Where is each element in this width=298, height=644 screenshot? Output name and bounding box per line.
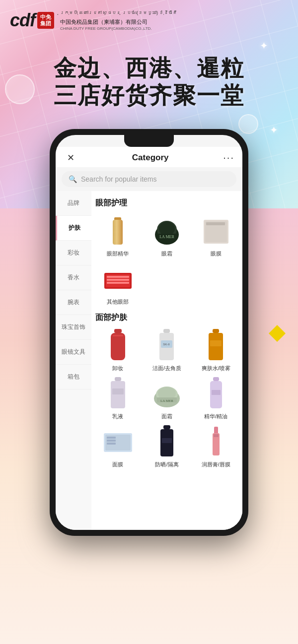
product-label-lip: 润唇膏/唇膜 [202,461,230,468]
svg-text:LA MER: LA MER [160,399,173,403]
company-cn: 中国免税品集团（柬埔寨）有限公司 [60,18,178,26]
product-mask[interactable]: 面膜 [95,424,141,468]
svg-rect-43 [162,438,172,443]
product-toner[interactable]: 爽肤水/喷雾 [193,328,238,372]
svg-text:SK-II: SK-II [163,343,170,346]
search-bar[interactable]: 🔍 Search for popular items [62,171,236,187]
hero-line-1: 金边、西港、暹粒 [0,55,298,82]
product-essence[interactable]: 精华/精油 [193,376,238,420]
product-other-eye[interactable]: 其他眼部 [95,261,141,306]
hero-line-2: 三店好货齐聚一堂 [0,82,298,109]
svg-rect-18 [163,329,170,333]
product-sunscreen[interactable]: 防晒/隔离 [145,424,190,468]
sidebar-item-perfume[interactable]: 香水 [56,265,91,290]
product-lip[interactable]: 润唇膏/唇膜 [193,424,238,468]
section-title-eye: 眼部护理 [95,195,238,213]
product-img-cream: LA MER [149,376,184,411]
svg-rect-16 [111,333,125,360]
category-sidebar: 品牌 护肤 彩妆 香水 腕表 珠宝首饰 眼镜文具 箱包 [56,191,91,530]
product-img-sunscreen [149,424,184,459]
search-placeholder-text: Search for popular items [81,175,157,183]
svg-rect-27 [112,388,124,394]
svg-rect-9 [206,222,225,225]
product-eye-mask[interactable]: 眼膜 [193,213,238,258]
svg-rect-24 [210,340,222,346]
product-label-cleanser: 洁面/去角质 [152,365,181,372]
product-label-essence: 精华/精油 [204,413,227,420]
sparkle-icon-1: ✦ [260,40,268,52]
product-label-cream: 面霜 [161,413,172,420]
svg-rect-17 [113,335,123,336]
product-label-eye-mask: 眼膜 [211,250,222,258]
product-img-cleanser: SK-II [149,328,184,363]
svg-rect-25 [115,377,121,381]
sidebar-item-makeup[interactable]: 彩妆 [56,241,91,265]
product-label-eye-cream: 眼霜 [161,250,172,258]
sidebar-item-glasses[interactable]: 眼镜文具 [56,340,91,365]
svg-rect-14 [107,282,129,284]
svg-rect-39 [107,440,116,442]
logo-right-text: ក្រុមហ៊ុន គោរជតា ស្ថបន ប្រចំ (ខេមបូឌា) ខ… [60,10,178,32]
phone-frame: ✕ Category ··· 🔍 Search for popular item… [50,129,248,536]
search-icon: 🔍 [69,175,77,183]
product-lotion[interactable]: 乳液 [95,376,141,420]
product-cleanser[interactable]: SK-II 洁面/去角质 [145,328,190,372]
face-care-grid: 卸妆 SK-II 洁面/去角质 [95,328,238,468]
logo-badge: 中免 集团 [37,12,54,29]
sparkle-icon-3: ✦ [270,124,278,136]
svg-rect-40 [107,443,116,445]
sidebar-item-watches[interactable]: 腕表 [56,290,91,315]
company-khmer: ក្រុមហ៊ុន គោរជតា ស្ថបន ប្រចំ (ខេមបូឌា) ខ… [60,10,178,17]
product-label-toner: 爽肤水/喷雾 [202,365,230,372]
product-label-other-eye: 其他眼部 [107,298,129,306]
product-eye-cream[interactable]: LA MER 眼霜 [145,213,190,258]
product-img-eye-mask [199,213,233,248]
cdf-logo: cdf 中免 集团 [10,10,54,31]
section-title-face: 面部护肤 [95,310,238,328]
sidebar-item-bags[interactable]: 箱包 [56,365,91,389]
phone-notch [124,135,174,147]
sidebar-item-skincare[interactable]: 护肤 [56,216,91,241]
product-img-lip [199,424,233,459]
svg-rect-26 [111,381,125,408]
product-img-essence [199,376,233,411]
product-img-makeup-remover [100,328,135,363]
product-label-mask: 面膜 [112,461,123,468]
eye-care-grid: 眼部精华 LA MER 眼霜 [95,213,238,306]
svg-rect-15 [114,329,122,333]
svg-point-4 [159,222,175,236]
product-img-eye-cream: LA MER [149,213,184,248]
product-eye-serum[interactable]: 眼部精华 [95,213,141,258]
sidebar-item-jewelry[interactable]: 珠宝首饰 [56,315,91,340]
product-label-lotion: 乳液 [112,413,123,420]
product-img-lotion [100,376,135,411]
svg-rect-41 [163,425,170,429]
content-area: 品牌 护肤 彩妆 香水 腕表 珠宝首饰 眼镜文具 箱包 眼部护理 [56,191,242,530]
svg-rect-22 [213,329,219,333]
product-cream[interactable]: LA MER 面霜 [145,376,190,420]
sidebar-item-brand[interactable]: 品牌 [56,191,91,216]
svg-rect-46 [214,434,219,437]
product-label-eye-serum: 眼部精华 [107,250,129,258]
app-title: Category [132,153,169,163]
product-label-sunscreen: 防晒/隔离 [155,461,178,468]
company-en: CHINA DUTY FREE GROUP(CAMBODIA)CO.,LTD. [60,26,178,32]
svg-rect-23 [209,333,223,360]
svg-rect-1 [113,220,123,245]
product-img-mask [100,424,135,459]
hero-text: 金边、西港、暹粒 三店好货齐聚一堂 [0,55,298,109]
close-button[interactable]: ✕ [64,152,77,163]
svg-rect-35 [212,390,221,395]
svg-rect-13 [107,279,129,281]
product-img-toner [199,328,233,363]
right-content: 眼部护理 [91,191,242,530]
product-img-eye-serum [100,213,135,248]
product-makeup-remover[interactable]: 卸妆 [95,328,141,372]
cdf-text: cdf [10,10,35,31]
header-section: cdf 中免 集团 ក្រុមហ៊ុន គោរជតា ស្ថបន ប្រចំ (… [10,10,288,32]
svg-rect-33 [213,377,219,381]
product-label-makeup-remover: 卸妆 [112,365,123,372]
svg-text:LA MER: LA MER [159,235,174,239]
deco-bubble-2 [238,114,258,134]
more-button[interactable]: ··· [223,152,234,163]
